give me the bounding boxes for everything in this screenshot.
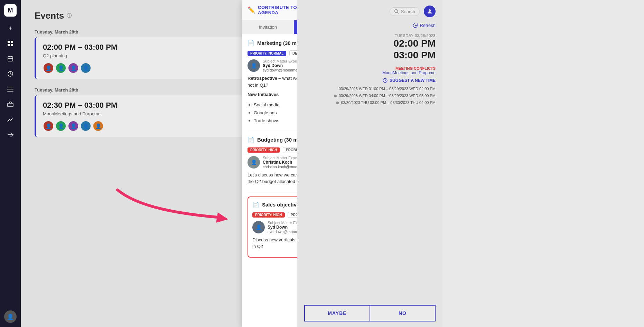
avatar-2: 👤 <box>55 62 66 74</box>
document-icon-3: 📄 <box>252 201 259 208</box>
maybe-button[interactable]: MAYBE <box>304 305 370 321</box>
search-bar[interactable]: Search <box>390 7 420 16</box>
no-button[interactable]: NO <box>370 305 436 321</box>
event-2-avatars: 👤 👤 👤 👤 👤 <box>43 121 277 132</box>
sidebar-user-avatar[interactable]: 👤 <box>4 310 17 323</box>
sales-title: Sales objectives <box>262 202 302 208</box>
time-slot-1-text: 03/29/2023 WED 01:00 PM – 03/29/2023 WED… <box>339 86 436 93</box>
svg-rect-0 <box>8 41 10 43</box>
meeting-conflict-label: MEETING CONFLICTS <box>304 66 436 70</box>
svg-rect-10 <box>7 89 13 89</box>
main-content: Events ⓘ Tuesday, March 28th ··· 02:00 P… <box>21 0 644 327</box>
sidebar-item-menu[interactable] <box>4 83 17 95</box>
search-label: Search <box>401 9 415 14</box>
dot-3 <box>336 102 339 104</box>
refresh-label: Refresh <box>420 23 436 28</box>
syd-down-avatar-marketing: 👤 <box>248 59 260 72</box>
avatar-7: 👤 <box>68 121 79 132</box>
action-buttons: MAYBE NO <box>304 305 436 321</box>
svg-point-17 <box>429 9 431 11</box>
svg-rect-2 <box>8 44 10 46</box>
meeting-date: TUESDAY 03/28/2023 <box>304 33 436 38</box>
meeting-time-info: TUESDAY 03/28/2023 02:00 PM 03:00 PM <box>304 33 436 61</box>
time-slot-2: 03/29/2023 WED 04:00 PM – 03/29/2023 WED… <box>304 93 436 99</box>
svg-rect-12 <box>8 103 13 107</box>
sidebar-item-calendar[interactable] <box>4 52 17 65</box>
sidebar-item-grid[interactable] <box>4 37 17 50</box>
user-profile-button[interactable] <box>424 6 436 17</box>
christina-avatar: 👤 <box>248 156 260 169</box>
dot-2 <box>334 95 337 97</box>
clock-icon <box>383 78 388 83</box>
event-1-avatars: 👤 👤 👤 👤 <box>43 62 277 74</box>
refresh-button[interactable]: Refresh <box>413 23 436 28</box>
sidebar-item-clock[interactable] <box>4 68 17 80</box>
arrow-annotation <box>111 180 228 229</box>
event-1-name: Q2 planning <box>43 53 277 58</box>
svg-rect-3 <box>11 44 13 46</box>
suggest-time[interactable]: SUGGEST A NEW TIME <box>304 78 436 83</box>
right-panel-top: Search <box>304 6 436 17</box>
avatar-8: 👤 <box>80 121 91 132</box>
syd-down-avatar-sales: 👤 <box>252 221 265 233</box>
avatar-1: 👤 <box>43 62 54 74</box>
tab-invitation[interactable]: Invitation <box>242 20 294 34</box>
svg-line-16 <box>397 12 399 14</box>
svg-rect-4 <box>8 57 13 61</box>
document-icon: 📄 <box>248 40 254 46</box>
events-info-icon[interactable]: ⓘ <box>67 13 72 19</box>
meeting-end-time: 03:00 PM <box>304 49 436 61</box>
right-panel: Search Refresh TUESDAY 03/28/2023 02:00 … <box>297 0 442 327</box>
refresh-icon <box>413 23 418 28</box>
search-icon <box>394 9 399 14</box>
avatar-4: 👤 <box>80 62 91 74</box>
svg-marker-14 <box>216 212 228 223</box>
time-slot-3: 03/30/2023 THU 03:00 PM – 03/30/2023 THU… <box>304 99 436 106</box>
svg-point-15 <box>394 10 398 13</box>
avatar-9: 👤 <box>93 121 104 132</box>
svg-rect-1 <box>11 41 13 43</box>
refresh-row: Refresh <box>304 23 436 28</box>
sidebar-item-chart[interactable] <box>4 113 17 126</box>
time-slot-3-text: 03/30/2023 THU 03:00 PM – 03/30/2023 THU… <box>341 99 436 106</box>
sidebar: M + 👤 <box>0 0 21 327</box>
sidebar-item-arrow[interactable] <box>4 128 17 141</box>
sidebar-item-briefcase[interactable] <box>4 98 17 110</box>
badge-priority-high-sales: PRIORITY: HIGH <box>252 212 285 218</box>
avatar-5: 👤 <box>43 121 54 132</box>
time-slots: 03/29/2023 WED 01:00 PM – 03/29/2023 WED… <box>304 86 436 106</box>
sidebar-logo[interactable]: M <box>4 4 17 17</box>
svg-rect-9 <box>7 87 13 87</box>
badge-priority-high-budgeting: PRIORITY: HIGH <box>248 147 280 153</box>
event-2-time: 02:30 PM – 03:00 PM <box>43 101 277 110</box>
avatar-6: 👤 <box>55 121 66 132</box>
event-2-name: MoonMeetings and Purpome <box>43 111 277 116</box>
svg-rect-11 <box>7 91 13 92</box>
time-slot-2-text: 03/29/2023 WED 04:00 PM – 03/29/2023 WED… <box>339 93 436 99</box>
meeting-start-time: 02:00 PM <box>304 38 436 49</box>
meeting-conflict-name: MoonMeetings and Purpome <box>304 70 436 75</box>
suggest-label: SUGGEST A NEW TIME <box>390 78 436 83</box>
event-1-time: 02:00 PM – 03:00 PM <box>43 43 277 52</box>
edit-icon: ✏️ <box>248 6 255 14</box>
badge-priority-normal: PRIORITY: NORMAL <box>248 51 286 56</box>
document-icon-2: 📄 <box>248 136 254 143</box>
avatar-3: 👤 <box>68 62 79 74</box>
sidebar-item-plus[interactable]: + <box>4 22 17 35</box>
time-slot-1: 03/29/2023 WED 01:00 PM – 03/29/2023 WED… <box>304 86 436 93</box>
